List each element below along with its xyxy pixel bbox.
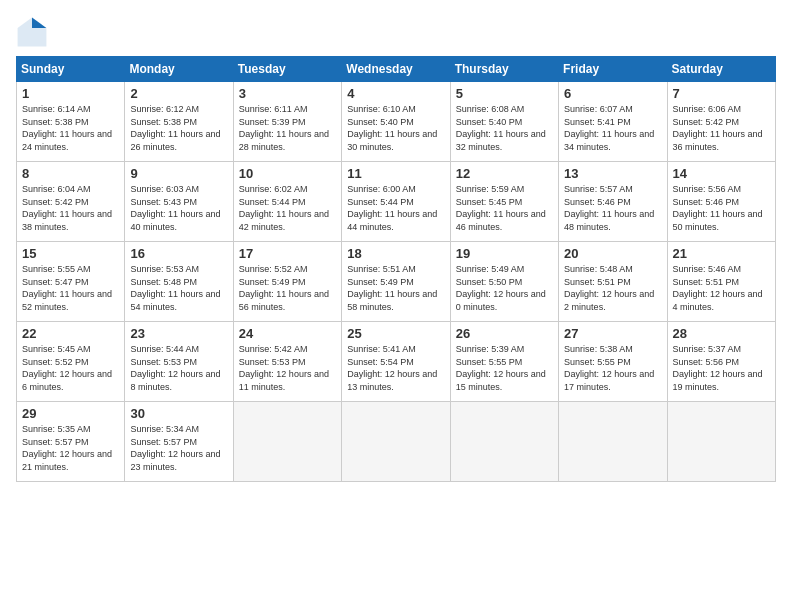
calendar-cell: 30Sunrise: 5:34 AMSunset: 5:57 PMDayligh… [125, 402, 233, 482]
day-info: Sunrise: 6:03 AMSunset: 5:43 PMDaylight:… [130, 183, 227, 233]
weekday-header-monday: Monday [125, 57, 233, 82]
day-info: Sunrise: 5:57 AMSunset: 5:46 PMDaylight:… [564, 183, 661, 233]
day-info: Sunrise: 5:53 AMSunset: 5:48 PMDaylight:… [130, 263, 227, 313]
weekday-header-tuesday: Tuesday [233, 57, 341, 82]
day-info: Sunrise: 6:11 AMSunset: 5:39 PMDaylight:… [239, 103, 336, 153]
day-number: 15 [22, 246, 119, 261]
calendar-cell: 24Sunrise: 5:42 AMSunset: 5:53 PMDayligh… [233, 322, 341, 402]
calendar-cell: 22Sunrise: 5:45 AMSunset: 5:52 PMDayligh… [17, 322, 125, 402]
day-number: 24 [239, 326, 336, 341]
calendar-week-5: 29Sunrise: 5:35 AMSunset: 5:57 PMDayligh… [17, 402, 776, 482]
calendar-cell: 25Sunrise: 5:41 AMSunset: 5:54 PMDayligh… [342, 322, 450, 402]
calendar-cell [450, 402, 558, 482]
calendar-cell: 6Sunrise: 6:07 AMSunset: 5:41 PMDaylight… [559, 82, 667, 162]
day-number: 8 [22, 166, 119, 181]
calendar-cell: 17Sunrise: 5:52 AMSunset: 5:49 PMDayligh… [233, 242, 341, 322]
day-info: Sunrise: 5:41 AMSunset: 5:54 PMDaylight:… [347, 343, 444, 393]
calendar-cell: 20Sunrise: 5:48 AMSunset: 5:51 PMDayligh… [559, 242, 667, 322]
svg-marker-1 [32, 18, 46, 28]
day-number: 14 [673, 166, 770, 181]
weekday-header-friday: Friday [559, 57, 667, 82]
calendar-cell: 18Sunrise: 5:51 AMSunset: 5:49 PMDayligh… [342, 242, 450, 322]
day-info: Sunrise: 6:12 AMSunset: 5:38 PMDaylight:… [130, 103, 227, 153]
calendar-cell: 14Sunrise: 5:56 AMSunset: 5:46 PMDayligh… [667, 162, 775, 242]
day-number: 19 [456, 246, 553, 261]
weekday-header-thursday: Thursday [450, 57, 558, 82]
calendar-cell: 27Sunrise: 5:38 AMSunset: 5:55 PMDayligh… [559, 322, 667, 402]
day-info: Sunrise: 6:08 AMSunset: 5:40 PMDaylight:… [456, 103, 553, 153]
day-info: Sunrise: 6:10 AMSunset: 5:40 PMDaylight:… [347, 103, 444, 153]
day-number: 2 [130, 86, 227, 101]
day-number: 3 [239, 86, 336, 101]
day-info: Sunrise: 5:52 AMSunset: 5:49 PMDaylight:… [239, 263, 336, 313]
day-number: 9 [130, 166, 227, 181]
calendar-week-4: 22Sunrise: 5:45 AMSunset: 5:52 PMDayligh… [17, 322, 776, 402]
day-info: Sunrise: 5:59 AMSunset: 5:45 PMDaylight:… [456, 183, 553, 233]
day-number: 7 [673, 86, 770, 101]
day-number: 29 [22, 406, 119, 421]
day-info: Sunrise: 5:37 AMSunset: 5:56 PMDaylight:… [673, 343, 770, 393]
calendar-cell: 15Sunrise: 5:55 AMSunset: 5:47 PMDayligh… [17, 242, 125, 322]
day-number: 30 [130, 406, 227, 421]
calendar-cell: 2Sunrise: 6:12 AMSunset: 5:38 PMDaylight… [125, 82, 233, 162]
calendar-cell: 11Sunrise: 6:00 AMSunset: 5:44 PMDayligh… [342, 162, 450, 242]
calendar-week-3: 15Sunrise: 5:55 AMSunset: 5:47 PMDayligh… [17, 242, 776, 322]
day-number: 4 [347, 86, 444, 101]
day-number: 17 [239, 246, 336, 261]
logo-icon [16, 16, 48, 48]
day-info: Sunrise: 5:51 AMSunset: 5:49 PMDaylight:… [347, 263, 444, 313]
calendar-cell: 19Sunrise: 5:49 AMSunset: 5:50 PMDayligh… [450, 242, 558, 322]
day-info: Sunrise: 5:42 AMSunset: 5:53 PMDaylight:… [239, 343, 336, 393]
day-number: 16 [130, 246, 227, 261]
day-info: Sunrise: 5:38 AMSunset: 5:55 PMDaylight:… [564, 343, 661, 393]
day-info: Sunrise: 5:56 AMSunset: 5:46 PMDaylight:… [673, 183, 770, 233]
calendar-cell [559, 402, 667, 482]
day-number: 12 [456, 166, 553, 181]
calendar-cell: 1Sunrise: 6:14 AMSunset: 5:38 PMDaylight… [17, 82, 125, 162]
calendar-table: SundayMondayTuesdayWednesdayThursdayFrid… [16, 56, 776, 482]
day-info: Sunrise: 6:06 AMSunset: 5:42 PMDaylight:… [673, 103, 770, 153]
day-info: Sunrise: 5:55 AMSunset: 5:47 PMDaylight:… [22, 263, 119, 313]
weekday-header-saturday: Saturday [667, 57, 775, 82]
day-number: 1 [22, 86, 119, 101]
day-number: 6 [564, 86, 661, 101]
day-info: Sunrise: 5:49 AMSunset: 5:50 PMDaylight:… [456, 263, 553, 313]
calendar-cell: 23Sunrise: 5:44 AMSunset: 5:53 PMDayligh… [125, 322, 233, 402]
day-info: Sunrise: 5:44 AMSunset: 5:53 PMDaylight:… [130, 343, 227, 393]
day-number: 27 [564, 326, 661, 341]
calendar-cell: 4Sunrise: 6:10 AMSunset: 5:40 PMDaylight… [342, 82, 450, 162]
day-info: Sunrise: 5:39 AMSunset: 5:55 PMDaylight:… [456, 343, 553, 393]
day-info: Sunrise: 5:34 AMSunset: 5:57 PMDaylight:… [130, 423, 227, 473]
calendar-cell: 21Sunrise: 5:46 AMSunset: 5:51 PMDayligh… [667, 242, 775, 322]
weekday-header-wednesday: Wednesday [342, 57, 450, 82]
day-number: 28 [673, 326, 770, 341]
calendar-cell: 28Sunrise: 5:37 AMSunset: 5:56 PMDayligh… [667, 322, 775, 402]
calendar-cell: 16Sunrise: 5:53 AMSunset: 5:48 PMDayligh… [125, 242, 233, 322]
page-header [16, 16, 776, 48]
calendar-cell [667, 402, 775, 482]
day-number: 26 [456, 326, 553, 341]
calendar-cell: 26Sunrise: 5:39 AMSunset: 5:55 PMDayligh… [450, 322, 558, 402]
day-number: 11 [347, 166, 444, 181]
day-number: 25 [347, 326, 444, 341]
calendar-cell: 3Sunrise: 6:11 AMSunset: 5:39 PMDaylight… [233, 82, 341, 162]
day-info: Sunrise: 5:48 AMSunset: 5:51 PMDaylight:… [564, 263, 661, 313]
calendar-cell: 5Sunrise: 6:08 AMSunset: 5:40 PMDaylight… [450, 82, 558, 162]
calendar-cell: 10Sunrise: 6:02 AMSunset: 5:44 PMDayligh… [233, 162, 341, 242]
day-number: 23 [130, 326, 227, 341]
calendar-cell: 12Sunrise: 5:59 AMSunset: 5:45 PMDayligh… [450, 162, 558, 242]
day-number: 18 [347, 246, 444, 261]
day-info: Sunrise: 6:14 AMSunset: 5:38 PMDaylight:… [22, 103, 119, 153]
calendar-week-1: 1Sunrise: 6:14 AMSunset: 5:38 PMDaylight… [17, 82, 776, 162]
calendar-week-2: 8Sunrise: 6:04 AMSunset: 5:42 PMDaylight… [17, 162, 776, 242]
weekday-header-row: SundayMondayTuesdayWednesdayThursdayFrid… [17, 57, 776, 82]
calendar-cell: 9Sunrise: 6:03 AMSunset: 5:43 PMDaylight… [125, 162, 233, 242]
day-number: 22 [22, 326, 119, 341]
calendar-cell: 29Sunrise: 5:35 AMSunset: 5:57 PMDayligh… [17, 402, 125, 482]
day-info: Sunrise: 5:46 AMSunset: 5:51 PMDaylight:… [673, 263, 770, 313]
day-info: Sunrise: 5:45 AMSunset: 5:52 PMDaylight:… [22, 343, 119, 393]
day-number: 21 [673, 246, 770, 261]
logo [16, 16, 52, 48]
day-number: 13 [564, 166, 661, 181]
calendar-cell [342, 402, 450, 482]
